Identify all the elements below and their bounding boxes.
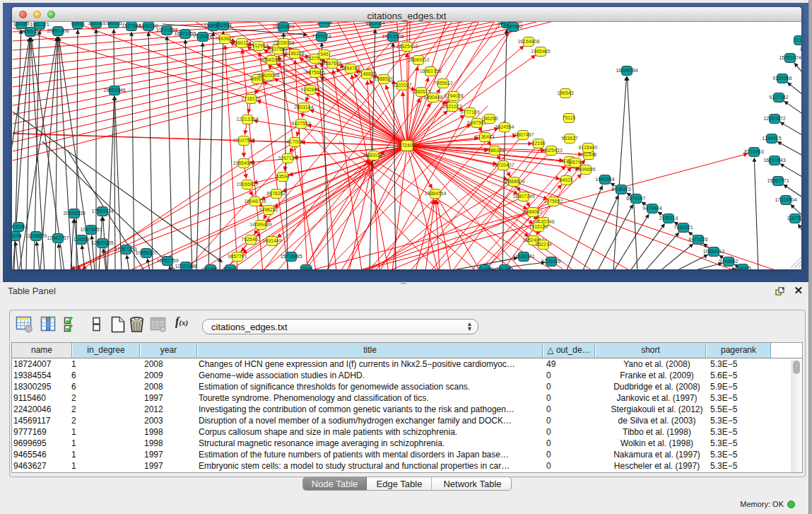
svg-text:10025433: 10025433: [540, 148, 562, 153]
svg-text:114519: 114519: [73, 237, 90, 242]
svg-text:182340: 182340: [496, 267, 512, 269]
svg-text:417006: 417006: [286, 139, 302, 144]
svg-text:17016504: 17016504: [775, 197, 796, 202]
svg-text:8115440: 8115440: [579, 145, 598, 150]
svg-text:12505135: 12505135: [91, 240, 113, 245]
svg-text:14136141: 14136141: [512, 254, 534, 259]
svg-text:9242848: 9242848: [300, 87, 319, 92]
svg-text:16033809: 16033809: [272, 24, 294, 29]
svg-text:17359924: 17359924: [91, 209, 113, 214]
svg-text:9699695: 9699695: [576, 167, 595, 172]
svg-text:19166827: 19166827: [236, 182, 258, 187]
svg-text:10958107: 10958107: [135, 250, 157, 255]
svg-text:8678352: 8678352: [266, 191, 286, 196]
svg-text:10107553: 10107553: [233, 138, 254, 143]
svg-text:8938923: 8938923: [611, 187, 630, 192]
svg-text:1588520: 1588520: [374, 76, 393, 81]
svg-text:6679197: 6679197: [626, 196, 645, 201]
svg-text:953627: 953627: [561, 136, 577, 141]
svg-text:9474444: 9474444: [642, 206, 661, 211]
svg-text:16782759: 16782759: [156, 258, 178, 263]
svg-text:16648784: 16648784: [616, 68, 637, 73]
svg-text:16961758: 16961758: [419, 69, 441, 74]
svg-text:8454749: 8454749: [341, 66, 360, 71]
svg-text:3498222: 3498222: [259, 207, 278, 212]
svg-text:19218506: 19218506: [382, 34, 404, 39]
svg-text:3267130: 3267130: [278, 156, 297, 160]
svg-text:924505: 924505: [734, 266, 751, 269]
svg-text:39154: 39154: [12, 233, 22, 238]
svg-text:62160: 62160: [531, 141, 546, 146]
svg-text:15716485: 15716485: [280, 254, 302, 259]
svg-text:10975857: 10975857: [80, 227, 102, 232]
svg-text:90553: 90553: [71, 22, 85, 26]
svg-text:1621022: 1621022: [442, 104, 461, 109]
svg-text:29053346: 29053346: [103, 88, 125, 93]
svg-text:10807487: 10807487: [512, 132, 534, 137]
svg-text:10543342: 10543342: [260, 57, 282, 62]
svg-text:14055724: 14055724: [19, 29, 41, 34]
svg-text:13325419: 13325419: [396, 44, 418, 49]
svg-text:1075692: 1075692: [543, 199, 563, 204]
svg-text:9329966: 9329966: [772, 76, 792, 81]
svg-text:8186328: 8186328: [285, 51, 304, 56]
svg-text:15692971: 15692971: [767, 178, 789, 183]
svg-text:160338: 160338: [316, 22, 332, 25]
svg-text:53594: 53594: [276, 174, 290, 179]
svg-text:9146821: 9146821: [357, 71, 376, 76]
svg-text:1640954: 1640954: [595, 177, 614, 182]
svg-text:15751074: 15751074: [779, 55, 801, 60]
svg-text:546: 546: [320, 52, 329, 57]
svg-text:10688609: 10688609: [502, 179, 524, 184]
svg-text:6497568: 6497568: [467, 120, 486, 125]
svg-text:7632621: 7632621: [673, 225, 693, 230]
svg-text:1435051: 1435051: [12, 224, 28, 229]
svg-text:1244415: 1244415: [762, 136, 781, 141]
svg-text:911546: 911546: [581, 152, 597, 157]
svg-text:12213363: 12213363: [236, 117, 258, 122]
svg-text:9245652: 9245652: [719, 259, 738, 264]
svg-text:16210643: 16210643: [763, 158, 785, 163]
svg-text:1691449: 1691449: [262, 238, 281, 243]
svg-text:9777169: 9777169: [460, 110, 479, 115]
svg-text:20206535: 20206535: [63, 211, 85, 216]
svg-text:14099489: 14099489: [249, 222, 271, 227]
svg-text:94923: 94923: [559, 177, 573, 182]
svg-text:1362615: 1362615: [411, 89, 430, 94]
svg-text:8322037: 8322037: [392, 83, 411, 88]
svg-text:2803144: 2803144: [294, 105, 313, 110]
svg-text:3624554: 3624554: [495, 124, 514, 129]
svg-text:87063: 87063: [223, 267, 237, 269]
svg-text:8471626: 8471626: [688, 237, 707, 242]
svg-text:11156829: 11156829: [25, 233, 47, 238]
svg-text:171450: 171450: [476, 267, 493, 269]
svg-text:7515526: 7515526: [193, 34, 212, 39]
svg-text:6794028: 6794028: [444, 93, 463, 98]
svg-text:8215953: 8215953: [744, 149, 763, 154]
svg-text:7955812: 7955812: [433, 81, 452, 86]
svg-text:7625402: 7625402: [241, 237, 260, 242]
svg-text:1112: 1112: [794, 37, 801, 42]
svg-text:12093872: 12093872: [763, 116, 785, 121]
svg-text:104385: 104385: [13, 22, 29, 26]
svg-text:2718176: 2718176: [241, 96, 260, 101]
svg-text:18640910: 18640910: [407, 57, 429, 62]
svg-text:6990448: 6990448: [423, 95, 442, 100]
svg-text:19384554: 19384554: [424, 191, 446, 196]
svg-text:9084067: 9084067: [523, 209, 542, 214]
svg-text:746266: 746266: [481, 116, 498, 121]
svg-text:1063321: 1063321: [30, 22, 49, 27]
svg-text:7986322: 7986322: [485, 148, 504, 153]
svg-text:8813054: 8813054: [365, 22, 384, 25]
svg-text:18807249: 18807249: [512, 194, 534, 199]
svg-text:22420046: 22420046: [257, 73, 279, 78]
svg-text:20691406: 20691406: [47, 28, 69, 33]
svg-text:8912954: 8912954: [249, 43, 268, 48]
svg-text:751554: 751554: [215, 23, 231, 28]
svg-text:116753: 116753: [787, 216, 801, 221]
svg-text:196543: 196543: [557, 90, 573, 95]
svg-text:1965465: 1965465: [531, 49, 550, 54]
svg-text:9227342: 9227342: [769, 95, 788, 100]
svg-text:2136443: 2136443: [475, 134, 494, 139]
svg-text:2087682: 2087682: [503, 24, 522, 29]
